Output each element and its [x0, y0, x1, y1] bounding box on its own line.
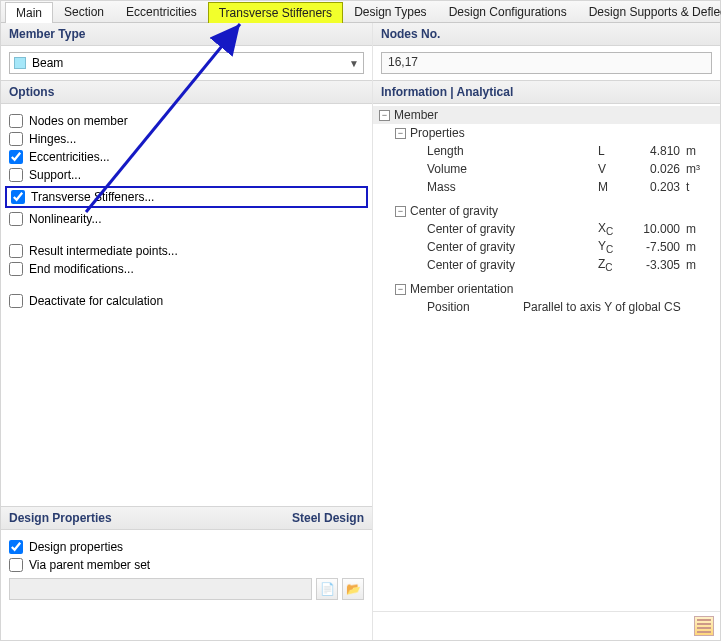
option-label: Result intermediate points... [29, 244, 178, 258]
design-properties-panel: Design properties Via parent member set … [1, 530, 372, 640]
member-type-header: Member Type [1, 23, 372, 46]
design-properties-label: Design Properties [9, 511, 112, 525]
member-type-swatch [14, 57, 26, 69]
tree-row-cog-y: Center of gravity YC -7.500 m [373, 238, 720, 256]
option-label: Support... [29, 168, 81, 182]
chevron-down-icon: ▼ [349, 58, 359, 69]
tree-row-label: Length [427, 144, 598, 158]
checkbox[interactable] [9, 114, 23, 128]
tree-member-row[interactable]: − Member [373, 106, 720, 124]
collapse-icon[interactable]: − [395, 128, 406, 139]
collapse-icon[interactable]: − [395, 284, 406, 295]
tree-row-sym: ZC [598, 257, 632, 273]
option-label: Deactivate for calculation [29, 294, 163, 308]
options-header: Options [1, 80, 372, 104]
option-label: Nodes on member [29, 114, 128, 128]
tab-eccentricities[interactable]: Eccentricities [115, 1, 208, 22]
checkbox[interactable] [11, 190, 25, 204]
tab-design-types[interactable]: Design Types [343, 1, 438, 22]
tree-row-sym: L [598, 144, 632, 158]
options-panel: Nodes on member Hinges... Eccentricities… [1, 104, 372, 506]
tab-transverse-stiffeners[interactable]: Transverse Stiffeners [208, 2, 343, 23]
option-deactivate-calc[interactable]: Deactivate for calculation [9, 294, 364, 308]
pick-set-button[interactable]: 📂 [342, 578, 364, 600]
tab-design-supports-deflection[interactable]: Design Supports & Deflection [578, 1, 721, 22]
tree-row-mass: Mass M 0.203 t [373, 178, 720, 196]
tree-row-sym: M [598, 180, 632, 194]
tree-row-sym: XC [598, 221, 632, 237]
new-icon: 📄 [320, 582, 335, 596]
checkbox[interactable] [9, 132, 23, 146]
tree-member-label: Member [394, 108, 714, 122]
checkbox[interactable] [9, 150, 23, 164]
tree-row-label: Center of gravity [427, 240, 598, 254]
tree-group-orientation[interactable]: − Member orientation [373, 280, 720, 298]
tree-row-val: 0.203 [632, 180, 686, 194]
option-nodes-on-member[interactable]: Nodes on member [9, 114, 364, 128]
tree-row-cog-z: Center of gravity ZC -3.305 m [373, 256, 720, 274]
tree-row-unit: m [686, 240, 714, 254]
dialog-root: Main Section Eccentricities Transverse S… [0, 0, 721, 641]
pick-icon: 📂 [346, 582, 361, 596]
option-end-modifications[interactable]: End modifications... [9, 262, 364, 276]
tree-group-cog[interactable]: − Center of gravity [373, 202, 720, 220]
option-transverse-stiffeners[interactable]: Transverse Stiffeners... [11, 190, 362, 204]
check-via-parent-set[interactable]: Via parent member set [9, 558, 364, 572]
option-hinges[interactable]: Hinges... [9, 132, 364, 146]
tab-bar: Main Section Eccentricities Transverse S… [1, 1, 720, 23]
tree-group-properties[interactable]: − Properties [373, 124, 720, 142]
tree-row-unit: m³ [686, 162, 714, 176]
option-support[interactable]: Support... [9, 168, 364, 182]
option-label: Hinges... [29, 132, 76, 146]
option-label: Eccentricities... [29, 150, 110, 164]
tab-design-configurations[interactable]: Design Configurations [438, 1, 578, 22]
properties-icon-button[interactable] [694, 616, 714, 636]
check-design-properties[interactable]: Design properties [9, 540, 364, 554]
checkbox[interactable] [9, 212, 23, 226]
option-label: End modifications... [29, 262, 134, 276]
tree-group-label: Properties [410, 126, 714, 140]
checkbox[interactable] [9, 558, 23, 572]
option-nonlinearity[interactable]: Nonlinearity... [9, 212, 364, 226]
checkbox[interactable] [9, 168, 23, 182]
columns: Member Type Beam ▼ Options Nodes on memb… [1, 23, 720, 640]
tree-row-wide: Parallel to axis Y of global CS [523, 300, 685, 314]
design-properties-header: Design Properties Steel Design [1, 506, 372, 530]
option-eccentricities[interactable]: Eccentricities... [9, 150, 364, 164]
checkbox[interactable] [9, 262, 23, 276]
tree-row-volume: Volume V 0.026 m³ [373, 160, 720, 178]
tree-row-sym: V [598, 162, 632, 176]
tree-row-label: Volume [427, 162, 598, 176]
parent-set-field[interactable] [9, 578, 312, 600]
tree-row-label: Center of gravity [427, 258, 598, 272]
option-transverse-stiffeners-highlight: Transverse Stiffeners... [5, 186, 368, 208]
tree-row-position: Position Parallel to axis Y of global CS [373, 298, 720, 316]
option-label: Design properties [29, 540, 123, 554]
tab-main[interactable]: Main [5, 2, 53, 23]
tree-row-unit: m [686, 144, 714, 158]
info-tree: − Member − Properties Length L 4.810 m [373, 104, 720, 611]
collapse-icon[interactable]: − [395, 206, 406, 217]
tree-row-label: Mass [427, 180, 598, 194]
option-label: Via parent member set [29, 558, 150, 572]
member-type-dropdown[interactable]: Beam ▼ [9, 52, 364, 74]
tree-row-unit: t [686, 180, 714, 194]
tree-row-cog-x: Center of gravity XC 10.000 m [373, 220, 720, 238]
collapse-icon[interactable]: − [379, 110, 390, 121]
right-column: Nodes No. 16,17 Information | Analytical… [373, 23, 720, 640]
new-set-button[interactable]: 📄 [316, 578, 338, 600]
tab-section[interactable]: Section [53, 1, 115, 22]
left-column: Member Type Beam ▼ Options Nodes on memb… [1, 23, 373, 640]
tree-row-unit: m [686, 258, 714, 272]
tree-row-val: -3.305 [632, 258, 686, 272]
checkbox[interactable] [9, 294, 23, 308]
checkbox[interactable] [9, 244, 23, 258]
option-result-intermediate-points[interactable]: Result intermediate points... [9, 244, 364, 258]
checkbox[interactable] [9, 540, 23, 554]
nodes-input[interactable]: 16,17 [381, 52, 712, 74]
tree-row-length: Length L 4.810 m [373, 142, 720, 160]
tree-row-sym: YC [598, 239, 632, 255]
member-type-value: Beam [32, 56, 349, 70]
option-label: Transverse Stiffeners... [31, 190, 154, 204]
tree-group-label: Member orientation [410, 282, 714, 296]
